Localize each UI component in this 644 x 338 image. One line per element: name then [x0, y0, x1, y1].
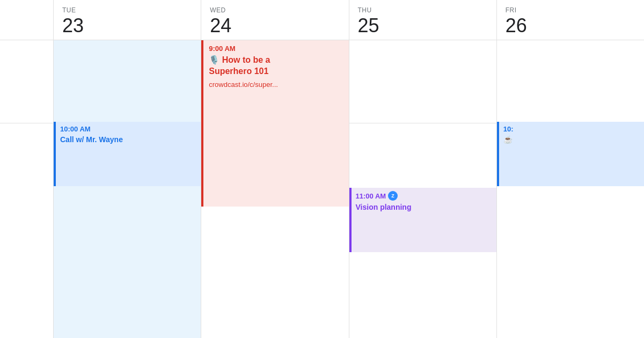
- event-time-thu-vision: 11:00 AM Z: [356, 191, 492, 201]
- tue-band-top: [54, 40, 201, 123]
- header-row: TUE 23 WED 24 THU 25 FRI 26: [0, 0, 644, 40]
- event-title-tue-call: Call w/ Mr. Wayne: [60, 135, 196, 144]
- event-vision-planning[interactable]: 11:00 AM Z Vision planning: [349, 188, 496, 252]
- event-podcast-superhero[interactable]: 9:00 AM 🎙️ How to be a Superhero 101 cro…: [201, 40, 348, 207]
- event-title-fri: ☕: [503, 135, 640, 144]
- event-time-wed-podcast: 9:00 AM: [209, 45, 343, 53]
- event-title-wed-podcast: 🎙️ How to be a Superhero 101: [209, 55, 343, 77]
- event-fri-partial[interactable]: 10: ☕: [497, 122, 644, 186]
- day-number-wed: 24: [210, 16, 340, 35]
- microphone-icon: 🎙️: [209, 55, 219, 64]
- podcast-title-line2: Superhero 101: [209, 67, 268, 76]
- day-number-fri: 26: [506, 16, 635, 35]
- podcast-link[interactable]: crowdcast.io/c/super...: [209, 80, 343, 89]
- time-band-10am: [0, 123, 53, 207]
- event-call-mr-wayne[interactable]: 10:00 AM Call w/ Mr. Wayne: [54, 122, 201, 186]
- event-time-fri: 10:: [503, 125, 640, 133]
- coffee-icon: ☕: [503, 135, 513, 144]
- day-col-fri[interactable]: 10: ☕: [497, 40, 644, 338]
- calendar: TUE 23 WED 24 THU 25 FRI 26: [0, 0, 644, 338]
- day-col-tue[interactable]: 10:00 AM Call w/ Mr. Wayne: [54, 40, 201, 338]
- day-number-tue: 23: [62, 16, 192, 35]
- day-name-wed: WED: [210, 6, 340, 14]
- day-col-thu[interactable]: 11:00 AM Z Vision planning: [349, 40, 497, 338]
- day-name-tue: TUE: [62, 6, 192, 14]
- day-header-fri[interactable]: FRI 26: [497, 0, 644, 40]
- time-gutter-header: [0, 0, 54, 40]
- day-col-wed[interactable]: 9:00 AM 🎙️ How to be a Superhero 101 cro…: [201, 40, 349, 338]
- fri-band-top: [497, 40, 644, 123]
- event-time-tue-call: 10:00 AM: [60, 125, 196, 133]
- time-column: [0, 40, 54, 338]
- event-title-thu-vision: Vision planning: [356, 203, 492, 211]
- thu-band-top: [349, 40, 496, 123]
- body-area: 10:00 AM Call w/ Mr. Wayne 9:00 AM 🎙️ Ho…: [0, 40, 644, 338]
- time-band-9am: [0, 40, 53, 123]
- day-header-tue[interactable]: TUE 23: [54, 0, 201, 40]
- day-header-thu[interactable]: THU 25: [349, 0, 497, 40]
- podcast-title-line1: How to be a: [222, 55, 270, 64]
- zoom-icon: Z: [388, 191, 398, 201]
- day-header-wed[interactable]: WED 24: [201, 0, 349, 40]
- day-name-fri: FRI: [506, 6, 635, 14]
- day-name-thu: THU: [358, 6, 488, 14]
- grid-area: 10:00 AM Call w/ Mr. Wayne 9:00 AM 🎙️ Ho…: [54, 40, 644, 338]
- vision-time-text: 11:00 AM: [356, 192, 386, 200]
- day-number-thu: 25: [358, 16, 488, 35]
